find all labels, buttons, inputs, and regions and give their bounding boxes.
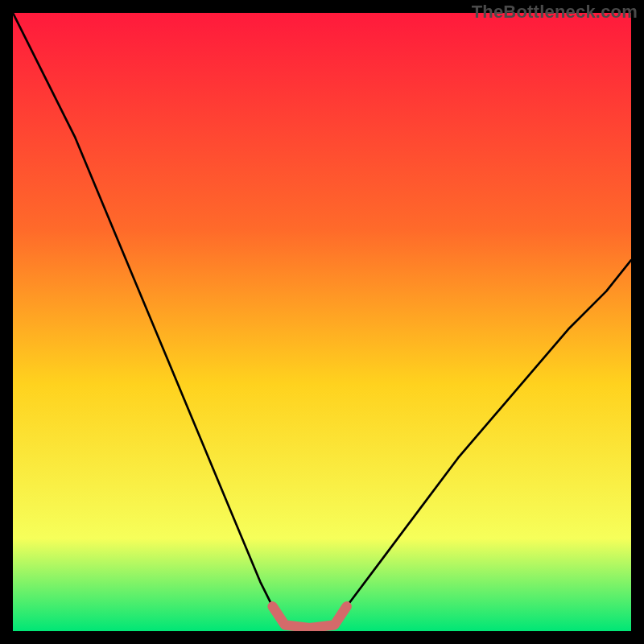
chart-frame: TheBottleneck.com [0, 0, 644, 644]
gradient-background [13, 13, 631, 631]
watermark-label: TheBottleneck.com [472, 2, 638, 23]
bottleneck-plot [13, 13, 631, 631]
